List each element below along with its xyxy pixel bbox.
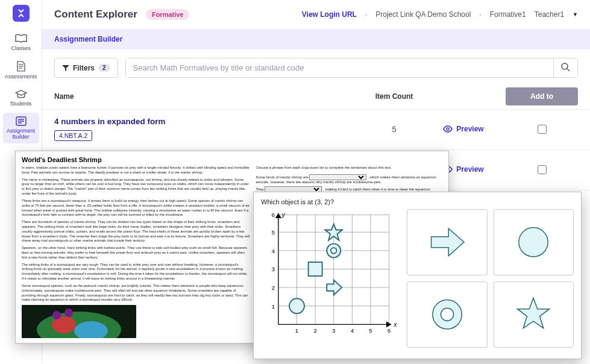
svg-text:2: 2 bbox=[313, 327, 316, 334]
svg-point-45 bbox=[519, 228, 548, 257]
rail-label: Assessments bbox=[5, 74, 37, 80]
math-question: Which object is at (3, 2)? bbox=[261, 198, 574, 206]
math-preview-card: Which object is at (3, 2)? 123456 123456 bbox=[253, 192, 582, 359]
svg-point-10 bbox=[64, 309, 73, 317]
row-title[interactable]: 4 numbers in expanded form bbox=[54, 117, 367, 126]
search-input[interactable] bbox=[126, 58, 553, 77]
col-count: Item Count bbox=[367, 92, 421, 101]
view-login-url-link[interactable]: View Login URL bbox=[302, 10, 357, 19]
svg-text:3: 3 bbox=[272, 266, 275, 272]
svg-text:2: 2 bbox=[272, 284, 275, 291]
rail-item-students[interactable]: Students bbox=[3, 86, 39, 110]
row-count: 5 bbox=[367, 125, 421, 134]
search-button[interactable] bbox=[553, 58, 577, 77]
svg-text:4: 4 bbox=[272, 248, 275, 254]
formative-badge: Formative bbox=[146, 9, 190, 20]
chevron-down-icon[interactable]: ▼ bbox=[573, 11, 578, 17]
svg-point-41 bbox=[289, 298, 304, 313]
svg-text:y: y bbox=[281, 211, 286, 218]
builder-icon bbox=[16, 116, 27, 126]
svg-text:4: 4 bbox=[351, 327, 354, 334]
search-icon bbox=[561, 63, 570, 72]
filters-count: 2 bbox=[98, 64, 110, 72]
answer-choices bbox=[407, 209, 574, 348]
book-icon bbox=[15, 34, 27, 43]
svg-point-44 bbox=[331, 248, 337, 254]
filters-button[interactable]: Filters 2 bbox=[54, 58, 118, 78]
svg-text:6: 6 bbox=[272, 212, 275, 218]
rail-label: Assignment Builder bbox=[7, 128, 35, 140]
table-head: Name Item Count Add to bbox=[42, 84, 590, 109]
coordinate-grid: 123456 123456 x y bbox=[261, 209, 400, 342]
search-wrap bbox=[125, 58, 578, 78]
svg-text:x: x bbox=[393, 321, 397, 328]
svg-text:1: 1 bbox=[272, 303, 275, 310]
rail-label: Students bbox=[10, 101, 32, 107]
app-logo bbox=[13, 5, 30, 22]
topbar: Content Explorer Formative View Login UR… bbox=[42, 0, 590, 29]
user-crumb: Teacher1 bbox=[535, 10, 564, 19]
rail-item-assessments[interactable]: Assessments bbox=[3, 57, 39, 83]
choice-arrow[interactable] bbox=[407, 209, 488, 275]
svg-marker-14 bbox=[276, 214, 281, 218]
subheader-title: Assignment Builder bbox=[54, 35, 122, 43]
school-crumb: Project Link QA Demo School bbox=[375, 10, 471, 19]
svg-text:5: 5 bbox=[369, 327, 372, 334]
preview-link[interactable]: Preview bbox=[421, 125, 506, 133]
standard-tag[interactable]: 4.NBT.A.2 bbox=[54, 130, 92, 141]
choice-star[interactable] bbox=[494, 281, 574, 348]
svg-marker-12 bbox=[387, 322, 391, 327]
svg-text:3: 3 bbox=[332, 327, 335, 334]
svg-point-2 bbox=[447, 128, 449, 130]
dot-sep: · bbox=[479, 10, 481, 19]
svg-point-9 bbox=[52, 311, 61, 319]
table-row: 4 numbers in expanded form 4.NBT.A.2 5 P… bbox=[42, 109, 590, 149]
svg-point-1 bbox=[562, 63, 568, 69]
class-crumb: Formative1 bbox=[490, 10, 526, 19]
row-checkbox[interactable] bbox=[538, 125, 547, 134]
choice-circle[interactable] bbox=[494, 209, 574, 275]
toolbar: Filters 2 bbox=[42, 49, 590, 84]
passage-text: In warm, shallow ocean waters lives a fe… bbox=[22, 166, 249, 305]
rail-item-assignment-builder[interactable]: Assignment Builder bbox=[3, 113, 39, 143]
passage-image bbox=[22, 305, 136, 338]
passage-title: World's Deadliest Shrimp bbox=[22, 156, 442, 163]
row-checkbox[interactable] bbox=[538, 165, 547, 174]
dropdown-1[interactable] bbox=[309, 174, 366, 180]
grad-icon bbox=[15, 89, 27, 99]
svg-text:1: 1 bbox=[295, 327, 298, 334]
subheader: Assignment Builder bbox=[42, 29, 590, 49]
filter-icon bbox=[62, 64, 69, 72]
page-title: Content Explorer bbox=[54, 8, 137, 20]
svg-text:6: 6 bbox=[388, 327, 391, 334]
add-to-button[interactable]: Add to bbox=[506, 87, 578, 105]
filters-label: Filters bbox=[73, 64, 95, 72]
col-name: Name bbox=[54, 92, 367, 101]
rail-label: Classes bbox=[11, 45, 30, 51]
svg-point-47 bbox=[441, 308, 453, 321]
file-icon bbox=[16, 61, 26, 72]
rail-item-classes[interactable]: Classes bbox=[3, 30, 39, 55]
choice-donut[interactable] bbox=[407, 281, 488, 348]
dot-sep: · bbox=[365, 10, 367, 19]
svg-rect-42 bbox=[309, 262, 322, 276]
eye-icon bbox=[443, 125, 453, 133]
svg-text:5: 5 bbox=[272, 229, 275, 236]
